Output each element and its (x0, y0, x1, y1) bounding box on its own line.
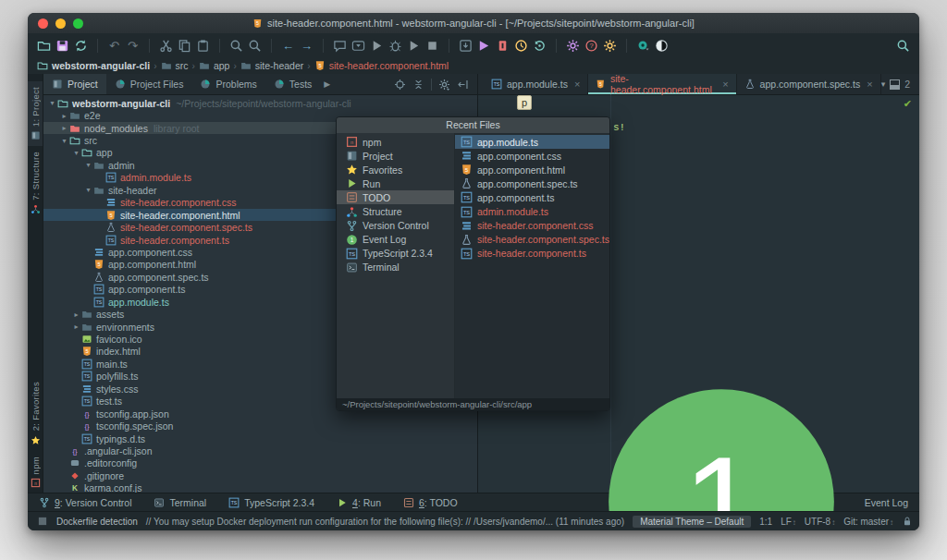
chevron-right-icon[interactable]: ▸ (59, 112, 69, 120)
panel-header-separator (431, 79, 432, 91)
close-tab-icon[interactable]: × (722, 79, 728, 90)
popup-file-item[interactable]: TSapp.component.ts (455, 190, 609, 204)
popup-tool-item[interactable]: Structure (337, 204, 454, 218)
html5-icon: 5 (461, 164, 473, 176)
close-window-button[interactable] (38, 18, 48, 29)
popup-file-item[interactable]: site-header.component.css (455, 219, 609, 233)
editor-tab-app-component-spec-ts[interactable]: app.component.spec.ts× (737, 74, 881, 94)
stripe-item-npm[interactable]: npmn (28, 451, 43, 493)
close-tab-icon[interactable]: × (867, 79, 872, 90)
svg-text:5: 5 (318, 63, 321, 68)
toolwindow-button-label: 4: Run (352, 497, 381, 508)
popup-tool-item[interactable]: Project (337, 149, 454, 163)
search-everywhere-icon[interactable] (896, 39, 910, 53)
toggle-toolwindows-icon[interactable] (37, 516, 48, 527)
breadcrumb-item[interactable]: src (161, 60, 189, 71)
breadcrumb-item[interactable]: 5site-header.component.html (314, 60, 449, 71)
tab-problems[interactable]: Problems (191, 74, 264, 94)
tree-item-label: admin.module.ts (120, 172, 191, 183)
editor-tab-site-header-component-html[interactable]: 5site-header.component.html× (588, 74, 736, 94)
title-bar[interactable]: 5 site-header.component.html - webstorm-… (28, 13, 919, 34)
toolwindow-button-typescript-2-3-4[interactable]: TSTypeScript 2.3.4 (228, 497, 314, 508)
tab-project-files[interactable]: Project Files (106, 74, 192, 94)
popup-file-item[interactable]: TSapp.module.ts (455, 135, 609, 149)
popup-tool-item[interactable]: 1Event Log (337, 233, 454, 247)
toolwindow-button-event-log[interactable]: 1Event Log (583, 363, 908, 530)
svg-text:TS: TS (96, 299, 103, 305)
status-message-title[interactable]: Dockerfile detection (56, 517, 138, 527)
gear-dd-icon[interactable] (438, 79, 450, 91)
vcs-icon (39, 497, 50, 508)
encoding-selector[interactable]: UTF-8↕ (805, 517, 835, 527)
tree-item-label: app.component.css (108, 247, 192, 258)
editor-tab-app-module-ts[interactable]: TSapp.module.ts× (484, 74, 588, 94)
popup-tool-item[interactable]: Favorites (337, 163, 454, 177)
tab-tests[interactable]: Tests (265, 74, 321, 94)
toolwindow-button-4-run[interactable]: 4: Run (337, 497, 381, 508)
popup-tool-item[interactable]: Version Control (337, 219, 454, 233)
popup-file-item[interactable]: TSadmin.module.ts (455, 204, 609, 218)
lock-icon[interactable] (902, 516, 913, 527)
line-ending-selector[interactable]: LF↕ (781, 517, 796, 527)
chevron-right-icon[interactable]: ▸ (59, 124, 69, 132)
folder-icon (93, 160, 105, 171)
caret-position[interactable]: 1:1 (759, 517, 772, 527)
breadcrumb-item[interactable]: site-header (240, 60, 304, 71)
split-window-icon[interactable] (890, 79, 900, 90)
pin-icon[interactable] (457, 79, 469, 91)
stripe-item-7-structure[interactable]: 7: Structure (28, 146, 43, 220)
chevron-down-icon[interactable]: ▾ (83, 161, 93, 169)
tree-item-label: app (96, 147, 113, 158)
close-tab-icon[interactable]: × (574, 79, 580, 90)
stripe-item-1-project[interactable]: 1: Project (28, 81, 43, 146)
toolwindow-button-terminal[interactable]: Terminal (154, 497, 206, 508)
tree-row[interactable]: {}.angular-cli.json (43, 444, 477, 457)
toolwindow-button-6-todo[interactable]: 6: TODO (403, 497, 458, 508)
toolwindow-button-label: 6: TODO (419, 497, 458, 508)
popup-tool-item[interactable]: TODO (337, 190, 454, 204)
theme-indicator[interactable]: Material Theme – Default (633, 516, 751, 528)
more-tabs-icon[interactable]: ▶ (320, 79, 334, 89)
chevron-down-icon[interactable]: ▾ (71, 149, 81, 157)
stop-icon (425, 39, 439, 53)
popup-tool-item[interactable]: Terminal (337, 261, 454, 274)
inspections-ok-icon[interactable]: ✔ (904, 98, 912, 110)
popup-file-item[interactable]: app.component.css (455, 149, 609, 163)
tab-project[interactable]: Project (43, 74, 106, 94)
toolwindow-button-9-version-control[interactable]: 9: Version Control (39, 497, 131, 508)
popup-file-item[interactable]: 5app.component.html (455, 163, 609, 177)
chevron-down-icon[interactable]: ▾ (83, 186, 93, 194)
chevron-down-icon[interactable]: ▾ (59, 137, 69, 145)
tree-item-label: node_modules (84, 123, 148, 134)
popup-tool-item[interactable]: Run (337, 177, 454, 190)
breadcrumb-item[interactable]: webstorm-angular-cli (37, 60, 150, 71)
popup-tool-item[interactable]: TSTypeScript 2.3.4 (337, 247, 454, 261)
download-icon (459, 39, 473, 53)
chevron-right-icon[interactable]: ▸ (71, 310, 81, 319)
editor-breadcrumb-tag[interactable]: p (517, 95, 532, 110)
chevron-right-icon[interactable]: ▸ (71, 323, 81, 331)
tab-list-caret-icon[interactable]: ▾ (881, 79, 886, 89)
tree-row[interactable]: .editorconfig (43, 457, 477, 469)
chevron-down-icon[interactable]: ▾ (47, 99, 57, 107)
minimize-window-button[interactable] (55, 18, 66, 29)
popup-tool-item[interactable]: nnpm (337, 135, 454, 149)
popup-file-item[interactable]: TSsite-header.component.ts (455, 247, 609, 261)
pie-icon (115, 79, 126, 90)
tree-row[interactable]: {}tsconfig.spec.json (43, 420, 477, 432)
locate-icon[interactable] (394, 79, 406, 91)
zoom-window-button[interactable] (73, 18, 83, 29)
tree-row[interactable]: TStypings.d.ts (43, 432, 477, 444)
collapse-icon[interactable] (412, 79, 424, 91)
breadcrumb-item[interactable]: app (199, 60, 230, 71)
tree-row[interactable]: ▾webstorm-angular-cli~/Projects/sitepoin… (43, 97, 477, 109)
tree-row[interactable]: .gitignore (43, 469, 477, 481)
git-branch-selector[interactable]: Git: master↕ (843, 517, 893, 527)
main-toolbar: ↶↷←→? (28, 33, 919, 58)
stripe-item-2-favorites[interactable]: 2: Favorites (28, 376, 43, 450)
html5-icon: 5 (93, 259, 105, 270)
popup-tool-label: npm (363, 137, 381, 148)
popup-file-list: TSapp.module.tsapp.component.css5app.com… (455, 133, 609, 398)
popup-file-item[interactable]: app.component.spec.ts (455, 177, 609, 190)
popup-file-item[interactable]: site-header.component.spec.ts (455, 233, 609, 247)
